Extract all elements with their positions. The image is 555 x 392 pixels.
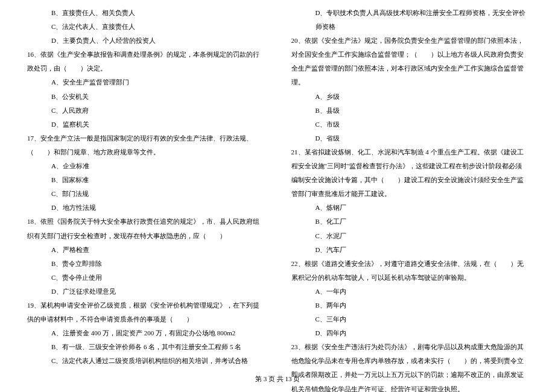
q19-option-a: A、注册资金 400 万，固定资产 200 万，有固定办公场地 800m2	[27, 326, 264, 340]
left-column: B、直接责任人、相关负责人 C、法定代表人、直接责任人 D、主要负责人、个人经营…	[27, 6, 264, 392]
q20-option-b: B、县级	[291, 104, 528, 118]
document-content: B、直接责任人、相关负责人 C、法定代表人、直接责任人 D、主要负责人、个人经营…	[27, 6, 528, 392]
q19-option-d: D、专职技术负责人具高级技术职称和注册安全工程师资格，无安全评价师资格	[291, 6, 528, 34]
q17-text: 17、安全生产立法一般是指国家制定的现行有效的安全生产法律、行政法规、（ ）和部…	[27, 131, 264, 159]
page-footer: 第 3 页 共 13 页	[0, 372, 555, 386]
q16-option-d: D、监察机关	[27, 118, 264, 131]
q17-option-b: B、国家标准	[27, 173, 264, 187]
q20-option-a: A、乡级	[291, 90, 528, 104]
q21-option-d: D、汽车厂	[291, 243, 528, 257]
q17-option-a: A、企业标准	[27, 159, 264, 173]
q21-option-b: B、化工厂	[291, 215, 528, 229]
q18-option-b: B、责令立即排除	[27, 257, 264, 271]
q20-option-c: C、市级	[291, 118, 528, 131]
q15-option-c: C、法定代表人、直接责任人	[27, 20, 264, 34]
q19-option-b: B、有一级、三级安全评价师各 6 名，其中有注册安全工程师 5 名	[27, 340, 264, 354]
q16-option-a: A、安全生产监督管理部门	[27, 75, 264, 89]
q22-option-c: C、三年内	[291, 312, 528, 326]
q22-option-b: B、两年内	[291, 299, 528, 312]
q16-text: 16、依据《生产安全事故报告和调查处理条例》的规定，本条例规定的罚款的行政处罚，…	[27, 48, 264, 75]
q21-text: 21、某省拟建设炼钢、化工、水泥和汽车制造 4 个重点生产工程。依据《建设工程安…	[291, 145, 528, 201]
q15-option-b: B、直接责任人、相关负责人	[27, 6, 264, 20]
q17-option-c: C、部门法规	[27, 187, 264, 201]
q22-option-a: A、一年内	[291, 285, 528, 299]
q20-option-d: D、省级	[291, 131, 528, 145]
q21-option-a: A、炼钢厂	[291, 201, 528, 215]
q15-option-d: D、主要负责人、个人经营的投资人	[27, 34, 264, 48]
q20-text: 20、依据《安全生产法》规定，国务院负责安全生产监督管理的部门依照本法，对全国安…	[291, 34, 528, 89]
q18-option-a: A、严格检查	[27, 243, 264, 257]
q19-option-c: C、法定代表人通过二级资质培训机构组织的相关培训，并考试合格	[27, 354, 264, 368]
q18-text: 18、依照《国务院关于特大安全事故行政责任追究的规定》，市、县人民政府组织有关部…	[27, 215, 264, 242]
q22-option-d: D、四年内	[291, 326, 528, 340]
q18-option-c: C、责令停止使用	[27, 271, 264, 285]
right-column: D、专职技术负责人具高级技术职称和注册安全工程师资格，无安全评价师资格 20、依…	[291, 6, 528, 392]
q18-option-d: D、广泛征求处理意见	[27, 285, 264, 299]
q21-option-c: C、水泥厂	[291, 229, 528, 243]
q17-option-d: D、地方性法规	[27, 201, 264, 215]
q22-text: 22、根据《道路交通安全法》，对遵守道路交通安全法律、法规，在（ ）无累积记分的…	[291, 257, 528, 285]
q16-option-b: B、公安机关	[27, 90, 264, 104]
q19-text: 19、某机构申请安全评价乙级资质，根据《安全评价机构管理规定》，在下列提供的申请…	[27, 299, 264, 326]
q16-option-c: C、人民政府	[27, 104, 264, 118]
